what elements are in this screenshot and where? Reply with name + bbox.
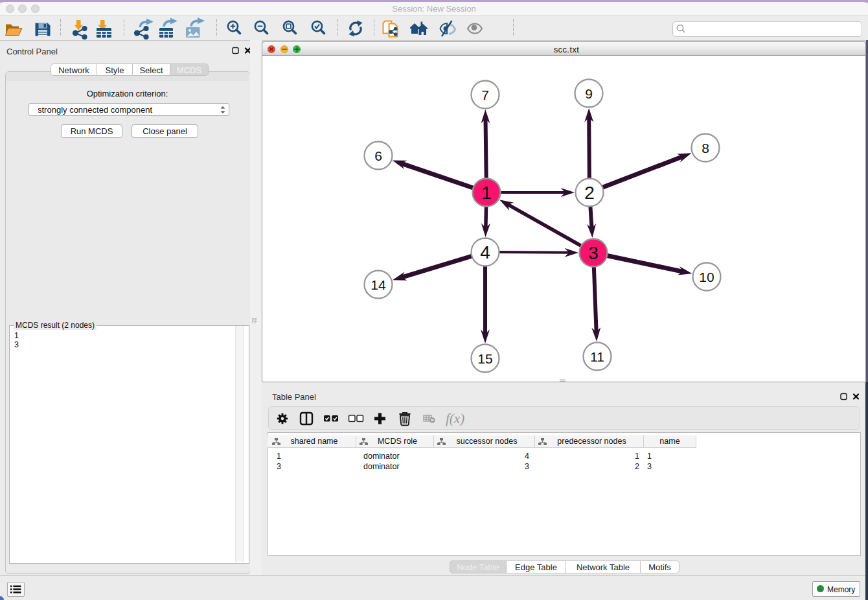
svg-text:1: 1	[481, 183, 492, 203]
svg-text:4: 4	[480, 242, 490, 262]
svg-text:9: 9	[585, 86, 593, 101]
svg-text:3: 3	[588, 243, 599, 263]
svg-text:6: 6	[374, 148, 382, 163]
svg-text:8: 8	[702, 141, 709, 156]
svg-text:15: 15	[477, 351, 492, 366]
svg-text:11: 11	[590, 349, 604, 364]
svg-text:2: 2	[584, 183, 595, 203]
svg-text:f(x): f(x)	[446, 411, 464, 426]
svg-text:14: 14	[371, 277, 386, 292]
svg-text:10: 10	[699, 270, 714, 284]
svg-text:7: 7	[481, 87, 489, 102]
